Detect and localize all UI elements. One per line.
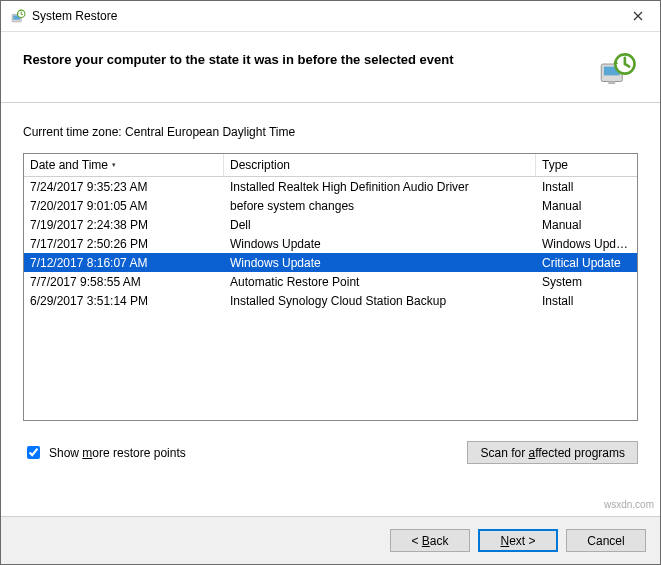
column-header-date[interactable]: Date and Time ▾ [24, 154, 224, 176]
column-header-type-label: Type [542, 158, 568, 172]
cell-date: 7/24/2017 9:35:23 AM [24, 180, 224, 194]
cell-type: Critical Update [536, 256, 637, 270]
cell-date: 7/12/2017 8:16:07 AM [24, 256, 224, 270]
cell-description: Installed Synology Cloud Station Backup [224, 294, 536, 308]
column-header-type[interactable]: Type [536, 154, 637, 176]
cell-type: Windows Update [536, 237, 637, 251]
column-header-date-label: Date and Time [30, 158, 108, 172]
cell-description: Windows Update [224, 237, 536, 251]
cancel-button[interactable]: Cancel [566, 529, 646, 552]
below-list-row: Show more restore points Scan for affect… [23, 441, 638, 464]
watermark: wsxdn.com [604, 499, 654, 510]
page-heading: Restore your computer to the state it wa… [23, 50, 596, 67]
list-body: 7/24/2017 9:35:23 AMInstalled Realtek Hi… [24, 177, 637, 420]
table-row[interactable]: 7/17/2017 2:50:26 PMWindows UpdateWindow… [24, 234, 637, 253]
table-row[interactable]: 6/29/2017 3:51:14 PMInstalled Synology C… [24, 291, 637, 310]
show-more-checkbox-input[interactable] [27, 446, 40, 459]
restore-large-icon [596, 50, 638, 92]
header: Restore your computer to the state it wa… [1, 32, 660, 102]
cell-date: 6/29/2017 3:51:14 PM [24, 294, 224, 308]
cell-type: Manual [536, 218, 637, 232]
table-row[interactable]: 7/20/2017 9:01:05 AMbefore system change… [24, 196, 637, 215]
cell-description: Installed Realtek High Definition Audio … [224, 180, 536, 194]
next-button[interactable]: Next > [478, 529, 558, 552]
content-area: Current time zone: Central European Dayl… [1, 103, 660, 516]
column-header-desc-label: Description [230, 158, 290, 172]
system-restore-window: System Restore Restore your computer to … [0, 0, 661, 565]
window-title: System Restore [32, 9, 615, 23]
cell-type: Install [536, 180, 637, 194]
footer-buttons: < Back Next > Cancel [1, 516, 660, 564]
cell-date: 7/19/2017 2:24:38 PM [24, 218, 224, 232]
table-row[interactable]: 7/7/2017 9:58:55 AMAutomatic Restore Poi… [24, 272, 637, 291]
cell-date: 7/17/2017 2:50:26 PM [24, 237, 224, 251]
titlebar: System Restore [1, 1, 660, 32]
list-header: Date and Time ▾ Description Type [24, 154, 637, 177]
cell-date: 7/20/2017 9:01:05 AM [24, 199, 224, 213]
table-row[interactable]: 7/24/2017 9:35:23 AMInstalled Realtek Hi… [24, 177, 637, 196]
show-more-label: Show more restore points [49, 446, 186, 460]
cell-description: Windows Update [224, 256, 536, 270]
scan-affected-button[interactable]: Scan for affected programs [467, 441, 638, 464]
table-row[interactable]: 7/19/2017 2:24:38 PMDellManual [24, 215, 637, 234]
cell-date: 7/7/2017 9:58:55 AM [24, 275, 224, 289]
cell-description: before system changes [224, 199, 536, 213]
column-header-description[interactable]: Description [224, 154, 536, 176]
close-icon [633, 11, 643, 21]
sort-desc-icon: ▾ [112, 161, 116, 169]
show-more-checkbox[interactable]: Show more restore points [23, 443, 186, 462]
svg-rect-5 [608, 82, 615, 85]
cell-description: Automatic Restore Point [224, 275, 536, 289]
cell-type: Manual [536, 199, 637, 213]
cell-type: Install [536, 294, 637, 308]
cell-type: System [536, 275, 637, 289]
restore-icon [9, 8, 26, 25]
back-button[interactable]: < Back [390, 529, 470, 552]
close-button[interactable] [615, 1, 660, 31]
cell-description: Dell [224, 218, 536, 232]
timezone-label: Current time zone: Central European Dayl… [23, 125, 638, 139]
restore-points-list[interactable]: Date and Time ▾ Description Type 7/24/20… [23, 153, 638, 421]
table-row[interactable]: 7/12/2017 8:16:07 AMWindows UpdateCritic… [24, 253, 637, 272]
